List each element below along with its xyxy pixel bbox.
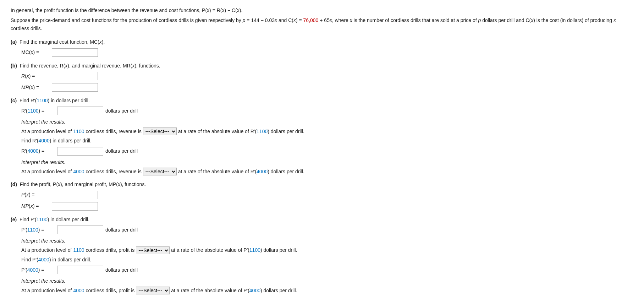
r4000-input[interactable]	[57, 147, 103, 156]
interpret-e1100-pre: At a production level of	[21, 246, 72, 254]
px-label: P(x) =	[21, 191, 50, 199]
part-b-label: (b) Find the revenue, R(x), and marginal…	[11, 63, 160, 69]
interpret-title-c1: Interpret the results.	[21, 118, 633, 126]
r4000-unit: dollars per drill	[105, 147, 138, 155]
interpret-e4000-val: 4000	[73, 287, 84, 294]
r1100-label: R′(1100) =	[21, 107, 55, 115]
interpret-c1100-post: at a rate of the absolute value of R′(11…	[178, 127, 304, 135]
part-a-label: (a) Find the marginal cost function, MC(…	[11, 39, 105, 45]
r1100-unit: dollars per drill	[105, 107, 138, 115]
interpret-c4000-val: 4000	[73, 168, 84, 175]
intro-line1: In general, the profit function is the d…	[11, 6, 633, 14]
select-p1100[interactable]: ---Select--- increasing decreasing	[136, 246, 170, 254]
interpret-c1100-mid: cordless drills, revenue is	[86, 127, 142, 135]
select-r4000[interactable]: ---Select--- increasing decreasing	[143, 168, 177, 175]
part-e-label: (e) Find P′(1100) in dollars per drill.	[11, 217, 89, 222]
rx-label: R(x) =	[21, 72, 50, 80]
select-r1100[interactable]: ---Select--- increasing decreasing	[143, 127, 177, 135]
p1100-unit: dollars per drill	[105, 226, 138, 234]
part-b-block: (b) Find the revenue, R(x), and marginal…	[11, 62, 633, 92]
interpret-title-e2: Interpret the results.	[21, 277, 633, 285]
mpx-label: MP(x) =	[21, 202, 50, 210]
mc-label: MC(x) =	[21, 48, 50, 56]
px-input[interactable]	[52, 191, 98, 199]
interpret-line-c1100: At a production level of 1100 cordless d…	[21, 127, 633, 135]
p4000-unit: dollars per drill	[105, 266, 138, 274]
part-c-label: (c) Find R′(1100) in dollars per drill.	[11, 98, 90, 103]
find-r4000-label: Find R′(4000) in dollars per drill.	[21, 137, 633, 145]
interpret-e1100-val: 1100	[73, 246, 84, 254]
r1100-input[interactable]	[57, 107, 103, 115]
part-e-block: (e) Find P′(1100) in dollars per drill. …	[11, 216, 633, 294]
part-d-block: (d) Find the profit, P(x), and marginal …	[11, 180, 633, 210]
interpret-e1100-post: at a rate of the absolute value of P′(11…	[171, 246, 297, 254]
mrx-input[interactable]	[52, 83, 98, 92]
interpret-c1100-pre: At a production level of	[21, 127, 72, 135]
interpret-c4000-mid: cordless drills, revenue is	[86, 168, 142, 175]
r4000-label: R′(4000) =	[21, 147, 55, 155]
interpret-c4000-pre: At a production level of	[21, 168, 72, 175]
mrx-label: MR(x) =	[21, 83, 50, 91]
find-p4000-label: Find P′(4000) in dollars per drill.	[21, 256, 633, 264]
part-d-label: (d) Find the profit, P(x), and marginal …	[11, 181, 146, 187]
interpret-line-c4000: At a production level of 4000 cordless d…	[21, 168, 633, 175]
p4000-input[interactable]	[57, 266, 103, 274]
intro-line2: Suppose the price-demand and cost functi…	[11, 16, 633, 32]
mpx-input[interactable]	[52, 202, 98, 211]
interpret-e1100-mid: cordless drills, profit is	[86, 246, 135, 254]
p1100-input[interactable]	[57, 226, 103, 234]
interpret-e4000-pre: At a production level of	[21, 287, 72, 294]
interpret-title-c2: Interpret the results.	[21, 158, 633, 166]
interpret-e4000-post: at a rate of the absolute value of P′(40…	[171, 287, 297, 294]
interpret-title-e1: Interpret the results.	[21, 237, 633, 245]
rx-input[interactable]	[52, 72, 98, 80]
select-p4000[interactable]: ---Select--- increasing decreasing	[136, 287, 170, 294]
interpret-e4000-mid: cordless drills, profit is	[86, 287, 135, 294]
p4000-label: P′(4000) =	[21, 266, 55, 274]
p1100-label: P′(1100) =	[21, 226, 55, 234]
interpret-line-e4000: At a production level of 4000 cordless d…	[21, 287, 633, 294]
mc-input[interactable]	[52, 48, 98, 57]
part-c-block: (c) Find R′(1100) in dollars per drill. …	[11, 97, 633, 175]
interpret-c1100-val: 1100	[73, 127, 84, 135]
part-a-block: (a) Find the marginal cost function, MC(…	[11, 38, 633, 56]
interpret-c4000-post: at a rate of the absolute value of R′(40…	[178, 168, 304, 175]
interpret-line-e1100: At a production level of 1100 cordless d…	[21, 246, 633, 254]
